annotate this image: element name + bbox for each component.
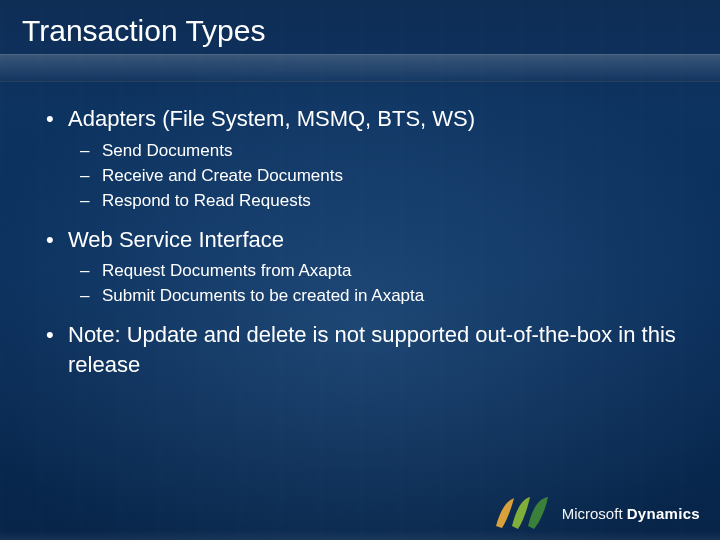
bullet-list-level1: Adapters (File System, MSMQ, BTS, WS) Se… [40, 104, 680, 379]
subbullet: Respond to Read Requests [68, 190, 680, 213]
brand-lockup: Microsoft Dynamics [494, 496, 700, 530]
bullet-label: Web Service Interface [68, 227, 284, 252]
bullet-note: Note: Update and delete is not supported… [40, 320, 680, 379]
bullet-label: Note: Update and delete is not supported… [68, 322, 676, 377]
dynamics-logo-icon [494, 496, 552, 530]
footer-glow [0, 530, 720, 540]
brand-name-bold: Dynamics [627, 505, 700, 522]
bullet-list-level2: Send Documents Receive and Create Docume… [68, 140, 680, 213]
title-underline-band [0, 54, 720, 82]
subbullet: Submit Documents to be created in Axapta [68, 285, 680, 308]
subbullet: Request Documents from Axapta [68, 260, 680, 283]
subbullet: Send Documents [68, 140, 680, 163]
content-region: Adapters (File System, MSMQ, BTS, WS) Se… [0, 82, 720, 379]
bullet-adapters: Adapters (File System, MSMQ, BTS, WS) Se… [40, 104, 680, 213]
bullet-label: Adapters (File System, MSMQ, BTS, WS) [68, 106, 475, 131]
slide-title: Transaction Types [22, 14, 720, 47]
title-region: Transaction Types [0, 0, 720, 82]
bullet-webservice: Web Service Interface Request Documents … [40, 225, 680, 309]
subbullet: Receive and Create Documents [68, 165, 680, 188]
brand-text: Microsoft Dynamics [562, 505, 700, 522]
brand-name-light: Microsoft [562, 505, 623, 522]
bullet-list-level2: Request Documents from Axapta Submit Doc… [68, 260, 680, 308]
slide: Transaction Types Adapters (File System,… [0, 0, 720, 540]
